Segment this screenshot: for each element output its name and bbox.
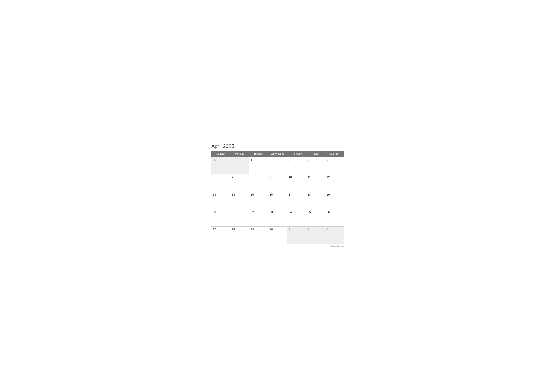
calendar-day-cell: 13: [211, 192, 230, 209]
day-number: 15: [251, 193, 266, 196]
calendar-day-cell: 27: [211, 227, 230, 244]
calendar-day-cell: 16: [268, 192, 287, 209]
day-number: 18: [307, 193, 323, 196]
day-number: 14: [232, 193, 248, 196]
calendar-week-row: 303112345: [211, 157, 344, 174]
day-number: 31: [232, 158, 248, 162]
day-number: 30: [213, 158, 228, 162]
calendar-day-cell: 4: [306, 157, 325, 174]
day-number: 25: [307, 210, 323, 214]
day-of-week-header: Tuesday: [249, 151, 268, 157]
day-number: 19: [327, 193, 342, 196]
calendar-day-cell: 9: [268, 174, 287, 192]
calendar-day-cell: 2: [306, 227, 325, 244]
day-number: 7: [232, 176, 248, 179]
calendar-day-cell: 7: [230, 174, 249, 192]
day-number: 2: [307, 228, 323, 231]
calendar-container: April 2025 SundayMondayTuesdayWednesdayT…: [206, 140, 349, 252]
day-number: 28: [232, 228, 248, 231]
day-of-week-header: Thursday: [287, 151, 306, 157]
day-number: 21: [232, 210, 248, 214]
calendar-day-cell: 31: [230, 157, 249, 174]
day-number: 30: [270, 228, 285, 231]
calendar-day-cell: 25: [306, 209, 325, 227]
day-of-week-header: Monday: [230, 151, 249, 157]
calendar-day-cell: 17: [287, 192, 306, 209]
calendar-day-cell: 11: [306, 174, 325, 192]
calendar-week-row: 13141516171819: [211, 192, 344, 209]
calendar-day-cell: 24: [287, 209, 306, 227]
day-number: 10: [289, 176, 304, 179]
calendar-title: April 2025: [211, 143, 344, 149]
day-number: 20: [213, 210, 228, 214]
day-number: 29: [251, 228, 266, 231]
calendar-day-cell: 14: [230, 192, 249, 209]
calendar-day-cell: 30: [268, 227, 287, 244]
calendar-day-cell: 5: [325, 157, 344, 174]
day-number: 1: [251, 158, 266, 162]
calendar-day-cell: 19: [325, 192, 344, 209]
calendar-day-cell: 3: [287, 157, 306, 174]
calendar-day-cell: 10: [287, 174, 306, 192]
day-number: 11: [307, 176, 323, 179]
day-number: 16: [270, 193, 285, 196]
calendar-day-cell: 29: [249, 227, 268, 244]
day-number: 6: [213, 176, 228, 179]
day-number: 8: [251, 176, 266, 179]
calendar-body: 3031123456789101112131415161718192021222…: [211, 157, 344, 244]
calendar-week-row: 27282930123: [211, 227, 344, 244]
day-of-week-header: Saturday: [325, 151, 344, 157]
calendar-table: SundayMondayTuesdayWednesdayThursdayFrid…: [211, 151, 344, 244]
calendar-day-cell: 12: [325, 174, 344, 192]
day-number: 5: [327, 158, 342, 162]
calendar-day-cell: 15: [249, 192, 268, 209]
calendar-footer: iCalendars.net: [211, 245, 344, 247]
calendar-day-cell: 1: [287, 227, 306, 244]
calendar-day-cell: 3: [325, 227, 344, 244]
calendar-day-cell: 2: [268, 157, 287, 174]
day-number: 13: [213, 193, 228, 196]
calendar-day-cell: 28: [230, 227, 249, 244]
days-of-week-row: SundayMondayTuesdayWednesdayThursdayFrid…: [211, 151, 344, 157]
day-number: 27: [213, 228, 228, 231]
calendar-day-cell: 6: [211, 174, 230, 192]
day-number: 23: [270, 210, 285, 214]
calendar-week-row: 20212223242526: [211, 209, 344, 227]
day-number: 2: [270, 158, 285, 162]
calendar-day-cell: 23: [268, 209, 287, 227]
calendar-day-cell: 18: [306, 192, 325, 209]
calendar-week-row: 6789101112: [211, 174, 344, 192]
calendar-day-cell: 30: [211, 157, 230, 174]
day-of-week-header: Friday: [306, 151, 325, 157]
day-number: 3: [289, 158, 304, 162]
calendar-day-cell: 20: [211, 209, 230, 227]
day-of-week-header: Sunday: [211, 151, 230, 157]
day-number: 17: [289, 193, 304, 196]
day-number: 12: [327, 176, 342, 179]
calendar-day-cell: 26: [325, 209, 344, 227]
day-of-week-header: Wednesday: [268, 151, 287, 157]
day-number: 24: [289, 210, 304, 214]
calendar-day-cell: 1: [249, 157, 268, 174]
calendar-day-cell: 21: [230, 209, 249, 227]
calendar-day-cell: 8: [249, 174, 268, 192]
day-number: 9: [270, 176, 285, 179]
day-number: 22: [251, 210, 266, 214]
day-number: 26: [327, 210, 342, 214]
day-number: 3: [327, 228, 342, 231]
day-number: 1: [289, 228, 304, 231]
calendar-day-cell: 22: [249, 209, 268, 227]
day-number: 4: [307, 158, 323, 162]
